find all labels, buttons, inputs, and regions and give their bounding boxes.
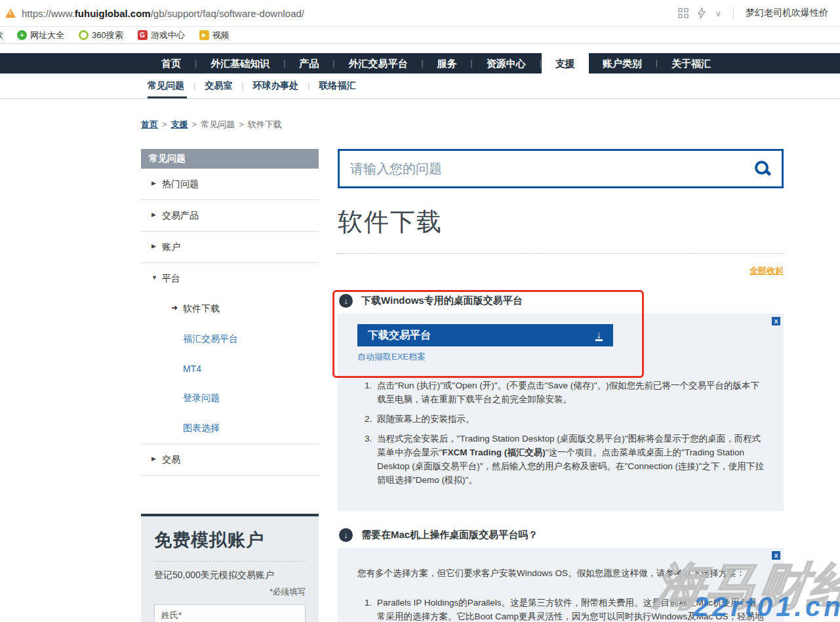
- sidebar-item-trading[interactable]: ▶交易: [141, 444, 319, 476]
- bookmark-360search[interactable]: 360搜索: [79, 30, 123, 41]
- demo-box-title: 免费模拟账户: [154, 528, 306, 552]
- bookmark-gamecenter[interactable]: G 游戏中心: [138, 30, 185, 41]
- divider: [154, 561, 306, 562]
- list-item: Parallels IP Holdings的Parallels。这是第三方软件，…: [374, 596, 764, 622]
- sidebar-subitem-login-issues[interactable]: 登录问题: [141, 383, 319, 413]
- bookmark-clipped[interactable]: 款: [0, 30, 3, 41]
- collapse-all-link[interactable]: 全部收起: [750, 266, 784, 276]
- sidebar-subitem-software-download[interactable]: ➜软件下载: [141, 294, 319, 324]
- nav-about[interactable]: 关于福汇: [658, 53, 725, 73]
- divider: [338, 253, 784, 254]
- accordion-windows-download: ↓ 下载Windows专用的桌面版交易平台 X 下载交易平台 ↓ 自动撷取EXE…: [338, 294, 784, 511]
- download-platform-button[interactable]: 下载交易平台 ↓: [357, 324, 613, 346]
- page-title: 软件下载: [338, 205, 784, 239]
- url-input[interactable]: https://www.fuhuiglobal.com/gb/support/f…: [22, 8, 671, 19]
- last-name-field[interactable]: [154, 604, 306, 622]
- ring-icon: [79, 30, 89, 40]
- exe-file-link[interactable]: 自动撷取EXE档案: [357, 351, 426, 363]
- browser-tab-title[interactable]: 梦幻老司机吹爆性价: [746, 7, 831, 19]
- breadcrumb-support[interactable]: 支援: [171, 119, 188, 129]
- nav-home[interactable]: 首页: [148, 53, 195, 73]
- list-item: 跟随萤幕上的安装指示。: [374, 412, 764, 426]
- support-subnav: 常见问题| 交易室| 环球办事处| 联络福汇: [0, 73, 840, 99]
- install-steps-list: 点击"Run (执行)"或"Open (开)"。(不要点击"Save (储存)"…: [360, 379, 764, 487]
- nav-account-types[interactable]: 账户类别: [589, 53, 656, 73]
- video-play-icon: ▶: [199, 30, 209, 40]
- circle-down-arrow-icon: ↓: [339, 294, 353, 308]
- bookmark-wangzhidaquan[interactable]: + 网址大全: [17, 30, 64, 41]
- mac-options-intro: 您有多个选择方案，但它们要求客户安装Windows OS。假如您愿意这样做，请参…: [357, 566, 764, 580]
- caret-down-icon: ▼: [151, 274, 157, 281]
- qr-code-icon[interactable]: [678, 8, 689, 18]
- question-search-box: [338, 149, 784, 188]
- list-item: 点击"Run (执行)"或"Open (开)"。(不要点击"Save (储存)"…: [374, 379, 764, 406]
- chrome-gap: [0, 44, 840, 53]
- breadcrumb-faq: 常见问题: [201, 119, 235, 129]
- free-demo-account-box: 免费模拟账户 登记50,000美元模拟交易账户 *必须填写: [141, 514, 319, 622]
- sidebar-subitem-fxcm-platform[interactable]: 福汇交易平台: [141, 324, 319, 354]
- subnav-global-offices[interactable]: 环球办事处: [243, 73, 308, 98]
- accordion-windows-panel: X 下载交易平台 ↓ 自动撷取EXE档案 点击"Run (执行)"或"Open …: [338, 314, 784, 511]
- security-warning-icon[interactable]: [5, 9, 16, 18]
- subnav-trading-room[interactable]: 交易室: [195, 73, 241, 98]
- lightning-icon[interactable]: [698, 8, 706, 18]
- nav-forex-basics[interactable]: 外汇基础知识: [197, 53, 283, 73]
- download-icon: ↓: [595, 330, 603, 341]
- bookmarks-bar: 款 + 网址大全 360搜索 G 游戏中心 ▶ 视频: [0, 27, 840, 44]
- caret-right-icon: ▶: [151, 211, 156, 218]
- caret-right-icon: ▶: [151, 243, 156, 249]
- mac-options-list: Parallels IP Holdings的Parallels。这是第三方软件，…: [360, 596, 764, 622]
- list-item: 当程式完全安装后，"Trading Station Desktop (桌面版交易…: [374, 432, 764, 487]
- main-navigation: 首页| 外汇基础知识| 产品| 外汇交易平台| 服务| 资源中心| 支援 账户类…: [0, 53, 840, 73]
- caret-right-icon: ▶: [151, 180, 156, 186]
- bookmark-video[interactable]: ▶ 视频: [199, 30, 230, 41]
- subnav-contact[interactable]: 联络福汇: [310, 73, 365, 98]
- required-note: *必须填写: [154, 587, 306, 598]
- search-input[interactable]: [350, 161, 754, 176]
- page-content: 首页>支援>常见问题>软件下载 常见问题 ▶热门问题 ▶交易产品 ▶账户 ▼平台…: [0, 99, 840, 622]
- chevron-down-icon[interactable]: ∨: [715, 9, 721, 18]
- sidebar-item-hot-questions[interactable]: ▶热门问题: [141, 169, 319, 200]
- subnav-faq-active[interactable]: 常见问题: [148, 73, 193, 98]
- accordion-mac-header[interactable]: ↓ 需要在Mac机上操作桌面版交易平台吗？: [338, 528, 784, 542]
- breadcrumb: 首页>支援>常见问题>软件下载: [141, 119, 840, 131]
- nav-products[interactable]: 产品: [285, 53, 332, 73]
- sidebar-header: 常见问题: [141, 149, 319, 169]
- accordion-mac-panel: X 您有多个选择方案，但它们要求客户安装Windows OS。假如您愿意这样做，…: [338, 548, 784, 622]
- accordion-windows-header[interactable]: ↓ 下载Windows专用的桌面版交易平台: [338, 294, 784, 308]
- nav-services[interactable]: 服务: [424, 53, 471, 73]
- sidebar-subitem-chart-options[interactable]: 图表选择: [141, 413, 319, 444]
- sidebar-subitem-mt4[interactable]: MT4: [141, 354, 319, 383]
- sidebar-item-platform[interactable]: ▼平台: [141, 263, 319, 294]
- game-icon: G: [138, 30, 148, 40]
- breadcrumb-current: 软件下载: [248, 119, 282, 129]
- faq-main-content: 软件下载 全部收起 ↓ 下载Windows专用的桌面版交易平台 X 下载交易平台…: [338, 149, 784, 622]
- search-icon[interactable]: [754, 160, 771, 177]
- broken-image-icon[interactable]: X: [772, 551, 780, 560]
- browser-url-bar: https://www.fuhuiglobal.com/gb/support/f…: [0, 0, 840, 27]
- circle-down-arrow-icon: ↓: [339, 528, 353, 542]
- divider: [733, 7, 734, 20]
- faq-sidebar: 常见问题 ▶热门问题 ▶交易产品 ▶账户 ▼平台 ➜软件下载 福汇交易平台 MT…: [141, 149, 319, 622]
- arrow-right-icon: ➜: [171, 303, 178, 312]
- broken-image-icon[interactable]: X: [772, 317, 780, 325]
- nav-trading-platforms[interactable]: 外汇交易平台: [334, 53, 421, 73]
- nav-resources[interactable]: 资源中心: [473, 53, 540, 73]
- breadcrumb-home[interactable]: 首页: [141, 119, 158, 129]
- nav-support-active[interactable]: 支援: [542, 53, 589, 79]
- sidebar-item-account[interactable]: ▶账户: [141, 232, 319, 263]
- sidebar-item-trading-products[interactable]: ▶交易产品: [141, 200, 319, 232]
- accordion-mac: ↓ 需要在Mac机上操作桌面版交易平台吗？ X 您有多个选择方案，但它们要求客户…: [338, 528, 784, 622]
- demo-box-subtitle: 登记50,000美元模拟交易账户: [154, 570, 306, 581]
- caret-right-icon: ▶: [151, 455, 156, 462]
- plus-icon: +: [17, 30, 27, 40]
